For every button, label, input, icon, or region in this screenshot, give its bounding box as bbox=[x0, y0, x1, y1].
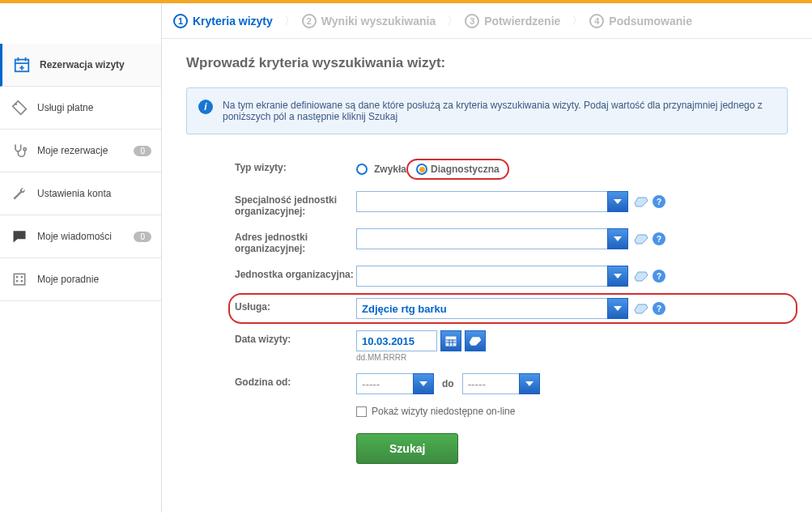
sidebar-item-paid-services[interactable]: Usługi płatne bbox=[0, 87, 161, 130]
calendar-plus-icon bbox=[12, 55, 32, 74]
svg-rect-8 bbox=[14, 274, 24, 284]
badge-count: 0 bbox=[134, 146, 151, 156]
help-icon[interactable]: ? bbox=[653, 232, 665, 245]
hour-to-input[interactable] bbox=[462, 373, 519, 394]
search-button[interactable]: Szukaj bbox=[356, 433, 458, 464]
dropdown-button[interactable] bbox=[607, 228, 628, 249]
sidebar-label: Moje poradnie bbox=[37, 274, 99, 285]
unit-label: Jednostka organizacyjna: bbox=[235, 266, 356, 280]
unavailable-checkbox[interactable] bbox=[356, 406, 367, 417]
dropdown-button[interactable] bbox=[607, 298, 628, 319]
step-criteria[interactable]: 1 Kryteria wizyty bbox=[173, 14, 278, 28]
step-number: 4 bbox=[589, 14, 604, 28]
date-hint: dd.MM.RRRR bbox=[356, 353, 486, 362]
eraser-icon[interactable] bbox=[633, 300, 649, 317]
date-input[interactable] bbox=[356, 330, 437, 351]
svg-point-7 bbox=[23, 148, 26, 151]
main-content: 1 Kryteria wizyty 〉 2 Wyniki wyszukiwani… bbox=[162, 3, 812, 513]
sidebar-item-settings[interactable]: Ustawienia konta bbox=[0, 172, 161, 215]
page-heading: Wprowadź kryteria wyszukiwania wizyt: bbox=[186, 55, 788, 71]
sidebar-label: Ustawienia konta bbox=[37, 188, 111, 199]
service-input[interactable] bbox=[356, 298, 607, 319]
chevron-right-icon: 〉 bbox=[278, 14, 302, 28]
wizard-steps: 1 Kryteria wizyty 〉 2 Wyniki wyszukiwani… bbox=[162, 3, 812, 39]
step-summary: 4 Podsumowanie bbox=[589, 14, 697, 28]
speciality-label: Specjalność jednostki organizacyjnej: bbox=[235, 191, 356, 217]
date-label: Data wizyty: bbox=[235, 330, 356, 345]
chevron-right-icon: 〉 bbox=[440, 14, 465, 28]
svg-rect-10 bbox=[21, 276, 23, 279]
dropdown-button[interactable] bbox=[607, 266, 628, 287]
eraser-icon[interactable] bbox=[633, 194, 649, 210]
svg-point-6 bbox=[15, 104, 18, 105]
service-label: Usługa: bbox=[235, 298, 356, 313]
speciality-input[interactable] bbox=[356, 191, 607, 212]
sidebar-item-clinics[interactable]: Moje poradnie bbox=[0, 258, 161, 301]
hour-from-label: Godzina od: bbox=[235, 373, 356, 388]
step-label: Potwierdzenie bbox=[484, 15, 560, 28]
badge-count: 0 bbox=[134, 232, 151, 242]
svg-rect-12 bbox=[21, 280, 23, 283]
sidebar-item-messages[interactable]: Moje wiadomości 0 bbox=[0, 215, 161, 258]
eraser-icon[interactable] bbox=[633, 231, 649, 247]
tag-icon bbox=[10, 98, 29, 117]
info-icon: i bbox=[198, 100, 213, 114]
step-confirmation: 3 Potwierdzenie bbox=[465, 14, 565, 28]
sidebar: Rezerwacja wizyty Usługi płatne Moje rez… bbox=[0, 3, 162, 513]
radio-regular-label: Zwykła bbox=[374, 164, 406, 175]
sidebar-label: Moje wiadomości bbox=[37, 231, 112, 242]
address-label: Adres jednostki organizacyjnej: bbox=[235, 228, 356, 254]
visit-type-label: Typ wizyty: bbox=[235, 159, 356, 173]
address-input[interactable] bbox=[356, 228, 607, 249]
svg-rect-3 bbox=[25, 57, 27, 62]
hour-to-label: do bbox=[442, 378, 454, 389]
unit-input[interactable] bbox=[356, 266, 607, 287]
eraser-icon[interactable] bbox=[633, 268, 649, 284]
radio-diagnostic[interactable] bbox=[416, 164, 427, 175]
svg-rect-9 bbox=[16, 276, 18, 279]
dropdown-button[interactable] bbox=[519, 373, 540, 394]
step-number: 3 bbox=[465, 14, 479, 28]
wrench-icon bbox=[10, 184, 29, 203]
building-icon bbox=[10, 270, 29, 289]
help-icon[interactable]: ? bbox=[653, 270, 665, 283]
radio-diagnostic-label: Diagnostyczna bbox=[431, 164, 500, 175]
radio-regular[interactable] bbox=[356, 164, 368, 175]
chat-icon bbox=[10, 227, 29, 246]
highlight-diagnostic: Diagnostyczna bbox=[406, 159, 509, 180]
svg-rect-14 bbox=[446, 337, 456, 339]
svg-rect-11 bbox=[16, 280, 18, 283]
sidebar-label: Usługi płatne bbox=[37, 102, 93, 113]
eraser-icon[interactable] bbox=[465, 330, 486, 351]
step-label: Kryteria wizyty bbox=[193, 15, 273, 28]
sidebar-item-reservation[interactable]: Rezerwacja wizyty bbox=[0, 44, 161, 87]
unavailable-label: Pokaż wizyty niedostępne on-line bbox=[372, 406, 515, 417]
calendar-icon[interactable] bbox=[440, 330, 461, 351]
step-label: Podsumowanie bbox=[609, 15, 692, 28]
info-text: Na tym ekranie definiowane są dane które… bbox=[223, 100, 776, 122]
sidebar-label: Moje rezerwacje bbox=[37, 145, 108, 156]
help-icon[interactable]: ? bbox=[653, 302, 665, 315]
sidebar-label: Rezerwacja wizyty bbox=[40, 59, 125, 70]
help-icon[interactable]: ? bbox=[653, 195, 665, 208]
dropdown-button[interactable] bbox=[607, 191, 628, 212]
chevron-right-icon: 〉 bbox=[565, 14, 589, 28]
step-number: 1 bbox=[173, 14, 188, 28]
hour-from-input[interactable] bbox=[356, 373, 413, 394]
step-label: Wyniki wyszukiwania bbox=[321, 15, 436, 28]
svg-rect-2 bbox=[18, 57, 19, 62]
dropdown-button[interactable] bbox=[413, 373, 434, 394]
step-number: 2 bbox=[302, 14, 317, 28]
sidebar-item-my-reservations[interactable]: Moje rezerwacje 0 bbox=[0, 130, 161, 172]
step-results: 2 Wyniki wyszukiwania bbox=[302, 14, 440, 28]
info-box: i Na tym ekranie definiowane są dane któ… bbox=[186, 87, 788, 134]
stethoscope-icon bbox=[10, 141, 29, 160]
